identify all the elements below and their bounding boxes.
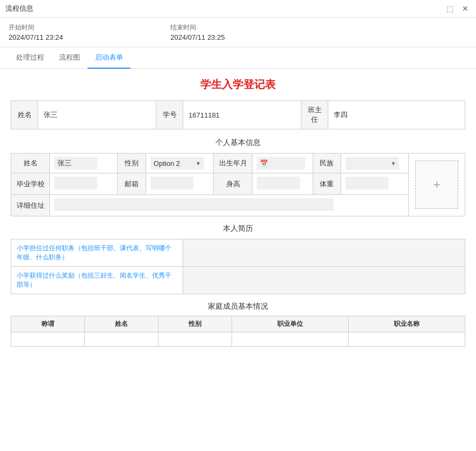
height-input[interactable] — [257, 177, 300, 190]
weight-label: 体重 — [313, 173, 341, 195]
family-row-1-col-2[interactable] — [158, 332, 232, 347]
family-row-1-col-0[interactable] — [11, 332, 85, 347]
form-title: 学生入学登记表 — [11, 77, 465, 92]
end-time-block: 结束时间 2024/07/11 23:25 — [170, 23, 225, 41]
family-title: 家庭成员基本情况 — [11, 302, 465, 311]
email-label: 邮箱 — [118, 173, 146, 195]
chevron-down-icon: ▼ — [196, 161, 201, 166]
family-row-1-col-4[interactable] — [348, 332, 465, 347]
address-label: 详细住址 — [11, 195, 50, 216]
graduate-field[interactable] — [50, 173, 118, 195]
family-table: 称谓 姓名 性别 职业单位 职业名称 — [11, 316, 465, 347]
gender-select-value: Option 2 — [154, 159, 180, 168]
window-title: 流程信息 — [5, 4, 33, 13]
ethnic-field[interactable]: ▼ — [341, 154, 409, 173]
calendar-icon: 📅 — [260, 159, 268, 167]
time-section: 开始时间 2024/07/11 23:24 结束时间 2024/07/11 23… — [0, 18, 476, 47]
main-content: 学生入学登记表 姓名 张三 学号 16711181 班主任 李四 个人基本信息 … — [0, 69, 476, 355]
basic-info-title: 个人基本信息 — [11, 138, 465, 148]
resume-title: 本人简历 — [11, 224, 465, 234]
email-input[interactable] — [150, 177, 193, 190]
family-row-1-col-3[interactable] — [232, 332, 348, 347]
family-header-3: 职业单位 — [232, 316, 348, 332]
family-header-2: 性别 — [158, 316, 232, 332]
end-time-label: 结束时间 — [170, 23, 225, 32]
basic-info-table: 姓名 张三 性别 Option 2 ▼ 出生年月 📅 民族 — [11, 153, 465, 216]
name-label: 姓名 — [11, 101, 38, 129]
start-time-block: 开始时间 2024/07/11 23:24 — [9, 23, 63, 41]
weight-input[interactable] — [345, 177, 388, 190]
dob-label: 出生年月 — [213, 154, 252, 173]
family-header-1: 姓名 — [84, 316, 158, 332]
gender-label: 性别 — [118, 154, 146, 173]
dob-input[interactable]: 📅 — [257, 157, 305, 170]
address-input[interactable] — [54, 198, 334, 211]
window-actions: ⬚ ✕ — [444, 3, 471, 14]
ethnic-label: 民族 — [313, 154, 341, 173]
title-bar: 流程信息 ⬚ ✕ — [0, 0, 476, 18]
photo-cell: + — [408, 154, 465, 216]
height-field[interactable] — [253, 173, 313, 195]
id-label: 学号 — [156, 101, 183, 129]
id-value: 16711181 — [183, 101, 301, 129]
tab-process[interactable]: 处理过程 — [9, 47, 52, 69]
email-field[interactable] — [146, 173, 213, 195]
teacher-value: 李四 — [328, 101, 465, 129]
end-time-value: 2024/07/11 23:25 — [170, 33, 225, 41]
start-time-value: 2024/07/11 23:24 — [9, 33, 63, 41]
graduate-label: 毕业学校 — [11, 173, 50, 195]
teacher-label: 班主任 — [301, 101, 328, 129]
personal-name-label: 姓名 — [11, 154, 50, 173]
start-time-label: 开始时间 — [9, 23, 63, 32]
top-info-table: 姓名 张三 学号 16711181 班主任 李四 — [11, 100, 465, 129]
tab-bar: 处理过程 流程图 启动表单 — [0, 47, 476, 69]
personal-name-input[interactable]: 张三 — [54, 157, 97, 170]
address-field[interactable] — [50, 195, 409, 216]
height-label: 身高 — [213, 173, 252, 195]
personal-name-field[interactable]: 张三 — [50, 154, 118, 173]
resume-q2: 小学获得过什么奖励（包括三好生、闻名学生、优秀干部等） — [11, 267, 183, 294]
weight-field[interactable] — [341, 173, 409, 195]
ethnic-select[interactable]: ▼ — [345, 157, 399, 170]
chevron-down-icon: ▼ — [391, 161, 396, 166]
dob-field[interactable]: 📅 — [253, 154, 313, 173]
resume-a2[interactable] — [183, 267, 465, 294]
gender-select[interactable]: Option 2 ▼ — [150, 157, 204, 170]
family-header-4: 职业名称 — [348, 316, 465, 332]
external-link-button[interactable]: ⬚ — [444, 3, 456, 14]
tab-flowchart[interactable]: 流程图 — [52, 47, 88, 69]
close-button[interactable]: ✕ — [460, 3, 471, 14]
photo-upload[interactable]: + — [415, 161, 458, 209]
family-row-1 — [11, 332, 465, 347]
family-header-0: 称谓 — [11, 316, 85, 332]
family-row-1-col-1[interactable] — [84, 332, 158, 347]
resume-table: 小学担任过任何职务（包括班干部、课代表、写明哪个年级、什么职务） 小学获得过什么… — [11, 239, 465, 294]
tab-form[interactable]: 启动表单 — [88, 47, 131, 69]
resume-q1: 小学担任过任何职务（包括班干部、课代表、写明哪个年级、什么职务） — [11, 239, 183, 267]
gender-field[interactable]: Option 2 ▼ — [146, 154, 213, 173]
resume-a1[interactable] — [183, 239, 465, 267]
graduate-input[interactable] — [54, 177, 97, 190]
name-value: 张三 — [38, 101, 156, 129]
